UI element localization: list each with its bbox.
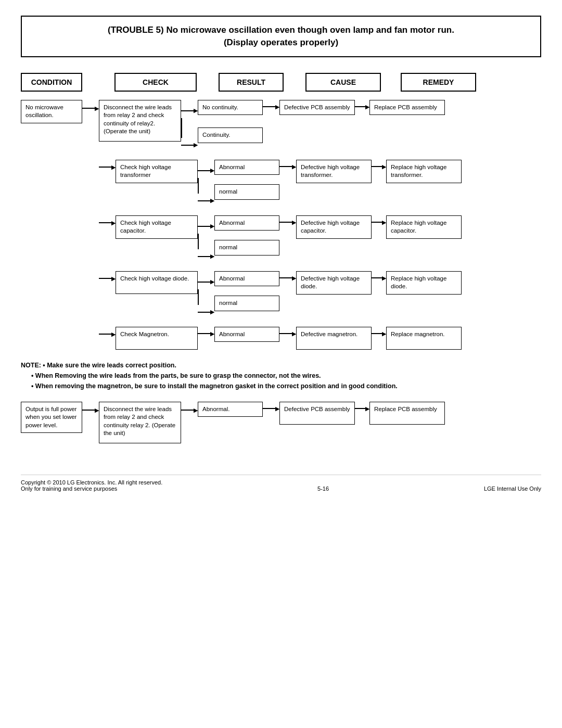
arrow-cause-rem-6: ▶ — [355, 402, 369, 412]
result-box-1b: Continuity. — [198, 127, 263, 143]
remedy-box-6: Replace PCB assembly — [369, 402, 445, 425]
check-box-1: Disconnect the wire leads from relay 2 a… — [99, 100, 181, 142]
footer: Copyright © 2010 LG Electronics. Inc. Al… — [21, 475, 541, 492]
arrow-cause-rem-2: ▶ — [372, 160, 386, 170]
result-stack-5: Abnormal — [214, 327, 279, 342]
arrow-res-cause-5: ▶ — [279, 327, 296, 337]
result-box-3b: normal — [214, 240, 279, 256]
arrow-cond-chk-6: ▶ — [82, 402, 99, 414]
flow-section-4: ▶ Check high voltage diode. ▶ ▶ Abnormal… — [21, 271, 541, 320]
remedy-box-1: Replace PCB assembly — [369, 100, 445, 116]
arrow-res-cause-2: ▶ — [279, 160, 296, 170]
note-line-3: • When removing the magnetron, be sure t… — [21, 381, 541, 391]
branch-2: ▶ ▶ — [198, 160, 214, 208]
branch-1: ▶ ▶ — [181, 100, 198, 152]
arrow-cont-2: ▶ — [99, 160, 116, 171]
cause-box-2: Defective high voltage transformer. — [296, 160, 372, 183]
header-cause: CAUSE — [305, 73, 381, 92]
branch-4: ▶ ▶ — [198, 271, 214, 320]
arrow-cont-4: ▶ — [99, 271, 116, 282]
result-box-4b: normal — [214, 296, 279, 311]
arrow-cause-rem-1: ▶ — [355, 100, 369, 110]
check-box-5: Check Magnetron. — [116, 327, 198, 350]
arrow-cond-chk-1: ▶ — [82, 100, 99, 112]
result-stack-4: Abnormal normal — [214, 271, 279, 311]
flow-section-1: No microwave oscillation. ▶ Disconnect t… — [21, 100, 541, 152]
arrow-cont-5: ▶ — [99, 327, 116, 338]
page-title: (TROUBLE 5) No microwave oscillation eve… — [21, 16, 541, 57]
flow-section-5: ▶ Check Magnetron. ▶ Abnormal ▶ Defectiv… — [21, 327, 541, 350]
arrow-res-cause-1: ▶ — [263, 100, 279, 110]
arrow-cont-3: ▶ — [99, 215, 116, 226]
remedy-box-5: Replace magnetron. — [386, 327, 462, 350]
note-section: NOTE: • Make sure the wire leads correct… — [21, 360, 541, 391]
remedy-box-4: Replace high voltage diode. — [386, 271, 462, 295]
arrow-res-cause-4: ▶ — [279, 271, 296, 282]
footer-left: Copyright © 2010 LG Electronics. Inc. Al… — [21, 479, 162, 492]
footer-page-number: 5-16 — [317, 486, 329, 492]
header-remedy: REMEDY — [401, 73, 476, 92]
footer-right: LGE Internal Use Only — [484, 486, 541, 492]
header-condition: CONDITION — [21, 73, 82, 92]
cause-box-3: Defective high voltage capacitor. — [296, 215, 372, 239]
arrow-res-cause-6: ▶ — [263, 402, 279, 412]
check-box-3: Check high voltage capacitor. — [116, 215, 198, 239]
condition-box-6: Output is full power when you set lower … — [21, 402, 82, 433]
note-title: NOTE: • Make sure the wire leads correct… — [21, 360, 541, 371]
result-box-6: Abnormal. — [198, 402, 263, 417]
cause-box-5: Defective magnetron. — [296, 327, 372, 350]
arrow-cause-rem-5: ▶ — [372, 327, 386, 337]
condition-box-1: No microwave oscillation. — [21, 100, 82, 123]
check-box-6: Disconnect the wire leads from relay 2 a… — [99, 402, 181, 443]
result-stack-2: Abnormal normal — [214, 160, 279, 200]
cause-box-4: Defective high voltage diode. — [296, 271, 372, 295]
remedy-box-3: Replace high voltage capacitor. — [386, 215, 462, 239]
result-box-5a: Abnormal — [214, 327, 279, 342]
result-box-3a: Abnormal — [214, 215, 279, 231]
flow-section-3: ▶ Check high voltage capacitor. ▶ ▶ Abno… — [21, 215, 541, 264]
note-line-2: • When Removing the wire leads from the … — [21, 371, 541, 381]
result-box-2b: normal — [214, 184, 279, 200]
arrow-chk-res-5: ▶ — [198, 327, 214, 337]
flow-section-6: Output is full power when you set lower … — [21, 402, 541, 443]
branch-3: ▶ ▶ — [198, 215, 214, 264]
result-box-4a: Abnormal — [214, 271, 279, 287]
arrow-res-cause-3: ▶ — [279, 215, 296, 226]
cause-box-1: Defective PCB assembly — [279, 100, 355, 116]
result-box-1a: No continuity. — [198, 100, 263, 116]
arrow-cause-rem-4: ▶ — [372, 271, 386, 282]
arrow-chk-res-6: ▶ — [181, 402, 198, 414]
diagram-area: No microwave oscillation. ▶ Disconnect t… — [21, 100, 541, 350]
result-box-2a: Abnormal — [214, 160, 279, 175]
header-result: RESULT — [219, 73, 284, 92]
header-check: CHECK — [114, 73, 197, 92]
flow-section-2: ▶ Check high voltage transformer ▶ ▶ Abn… — [21, 160, 541, 208]
arrow-cause-rem-3: ▶ — [372, 215, 386, 226]
check-box-2: Check high voltage transformer — [116, 160, 198, 183]
remedy-box-2: Replace high voltage transformer. — [386, 160, 462, 183]
cause-box-6: Defective PCB assembly — [279, 402, 355, 425]
check-box-4: Check high voltage diode. — [116, 271, 198, 294]
result-stack-3: Abnormal normal — [214, 215, 279, 256]
result-stack-1: No continuity. Continuity. — [198, 100, 263, 143]
